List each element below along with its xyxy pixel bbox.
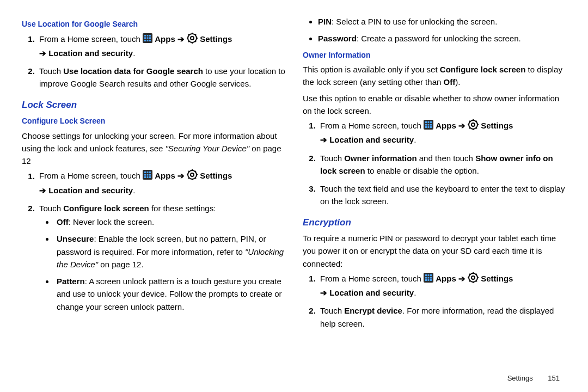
svg-rect-43 [430, 121, 432, 123]
steps-configure: From a Home screen, touch Apps ➔ Setting… [22, 169, 285, 313]
footer-page: 151 [548, 374, 560, 382]
location-security-label: Location and security [48, 48, 133, 58]
settings-label: Settings [481, 274, 513, 283]
svg-line-38 [195, 171, 196, 172]
apps-label: Apps [436, 274, 456, 283]
text: and then touch [417, 154, 476, 163]
text: Touch [39, 204, 63, 213]
svg-line-56 [469, 121, 470, 122]
svg-rect-63 [430, 274, 432, 276]
text: : Create a password for unlocking the sc… [357, 34, 521, 43]
svg-rect-3 [149, 35, 151, 36]
svg-rect-28 [147, 176, 149, 178]
text: : Select a PIN to use for unlocking the … [332, 17, 497, 26]
svg-rect-49 [430, 126, 432, 128]
svg-rect-23 [149, 171, 151, 173]
svg-line-58 [476, 121, 477, 122]
apps-label: Apps [155, 171, 175, 181]
svg-rect-64 [425, 277, 427, 278]
svg-rect-27 [144, 176, 146, 178]
svg-line-16 [188, 34, 189, 35]
arrow-icon: ➔ [177, 34, 185, 44]
text-bold: Encrypt device [344, 306, 402, 315]
svg-rect-44 [425, 124, 427, 126]
text-bold: Pattern [57, 277, 85, 286]
apps-icon [424, 273, 433, 286]
svg-rect-62 [428, 274, 430, 276]
paragraph: Use this option to enable or disable whe… [303, 92, 566, 118]
step-2: Touch Encrypt device. For more informati… [318, 304, 566, 330]
svg-rect-7 [144, 40, 146, 41]
steps-owner: From a Home screen, touch Apps ➔ Setting… [303, 119, 566, 208]
arrow-icon: ➔ [39, 48, 46, 58]
svg-rect-41 [425, 121, 427, 123]
heading-encryption: Encryption [303, 216, 566, 230]
svg-rect-21 [144, 171, 146, 173]
svg-rect-65 [428, 277, 430, 278]
right-column: PIN: Select a PIN to use for unlocking t… [303, 15, 566, 335]
svg-line-59 [469, 127, 470, 128]
svg-rect-2 [147, 35, 149, 36]
settings-icon [468, 119, 479, 133]
text: on page 12. [98, 260, 143, 269]
text: From a Home screen, touch [320, 121, 424, 130]
text-bold: Password [318, 34, 357, 43]
svg-rect-47 [425, 126, 427, 128]
manual-page: Use Location for Google Search From a Ho… [0, 0, 588, 346]
svg-rect-42 [428, 121, 430, 123]
text: Touch [39, 66, 63, 76]
svg-line-79 [469, 280, 470, 281]
opt-off: Off: Never lock the screen. [54, 216, 285, 228]
arrow-icon: ➔ [320, 135, 327, 144]
location-security-label: Location and security [329, 135, 414, 144]
steps-encryption: From a Home screen, touch Apps ➔ Setting… [303, 272, 566, 330]
svg-rect-25 [147, 174, 149, 176]
svg-line-19 [188, 41, 189, 42]
text: ). [455, 77, 460, 87]
heading-lock-screen: Lock Screen [22, 98, 285, 112]
svg-line-57 [476, 127, 477, 128]
location-security-label: Location and security [48, 186, 133, 195]
settings-icon [187, 169, 198, 183]
paragraph: This option is available only if you set… [303, 63, 566, 89]
text: to enable or disable the option. [365, 166, 479, 175]
steps-google: From a Home screen, touch Apps ➔ Setting… [22, 33, 285, 90]
svg-rect-6 [149, 37, 151, 39]
step-2: Touch Use location data for Google searc… [37, 65, 285, 90]
step-1: From a Home screen, touch Apps ➔ Setting… [37, 169, 285, 197]
svg-rect-9 [149, 40, 151, 41]
settings-label: Settings [200, 34, 232, 44]
svg-rect-45 [428, 124, 430, 126]
heading-owner-info: Owner Information [303, 50, 566, 62]
apps-label: Apps [155, 34, 175, 44]
svg-line-78 [476, 274, 477, 275]
svg-rect-8 [147, 40, 149, 41]
page-footer: Settings 151 [507, 374, 560, 382]
text: Touch [320, 306, 344, 315]
opt-pin: PIN: Select a PIN to use for unlocking t… [318, 15, 566, 28]
svg-rect-61 [425, 274, 427, 276]
paragraph: To require a numeric PIN or password to … [303, 232, 566, 270]
step-1: From a Home screen, touch Apps ➔ Setting… [318, 119, 566, 146]
step-1: From a Home screen, touch Apps ➔ Setting… [318, 272, 566, 299]
text-bold: Off [57, 217, 69, 226]
apps-icon [424, 120, 433, 133]
step-2: Touch Owner information and then touch S… [318, 152, 566, 177]
opt-password: Password: Create a password for unlockin… [318, 32, 566, 45]
svg-rect-48 [428, 126, 430, 128]
step-2: Touch Configure lock screen for these se… [37, 202, 285, 313]
heading-configure-lock: Configure Lock Screen [22, 115, 285, 127]
text-bold: Owner information [344, 154, 416, 163]
text-bold: PIN [318, 17, 332, 26]
svg-line-77 [476, 280, 477, 281]
svg-line-36 [188, 171, 189, 172]
svg-point-11 [191, 36, 194, 40]
svg-rect-1 [144, 35, 146, 36]
svg-line-39 [188, 177, 189, 179]
text: This option is available only if you set [303, 65, 440, 74]
option-list-cont: PIN: Select a PIN to use for unlocking t… [303, 15, 566, 45]
svg-line-76 [469, 274, 470, 275]
footer-section: Settings [507, 374, 533, 382]
step-3: Touch the text field and use the keyboar… [318, 182, 566, 208]
svg-line-37 [195, 177, 196, 179]
